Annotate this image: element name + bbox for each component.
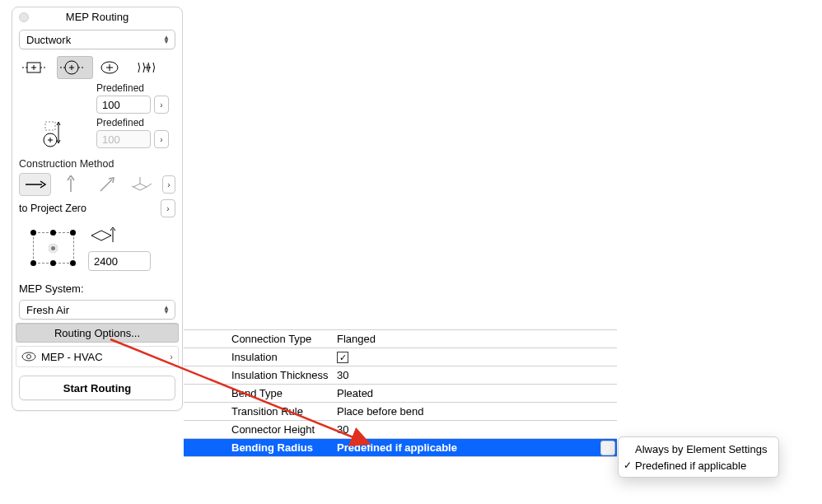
layer-row[interactable]: MEP - HVAC › [16,346,179,367]
reference-row: to Project Zero › [12,198,182,219]
height-field-block: Predefined › [12,117,182,153]
chevron-updown-icon: ▲▼ [163,306,170,314]
option-label: Connector Height [184,423,334,436]
shape-oval-icon[interactable] [95,56,131,79]
option-dropdown-button[interactable]: › [600,441,615,455]
popup-item-label: Predefined if applicable [635,460,746,472]
width-more-button[interactable]: › [154,96,169,114]
category-select[interactable]: Ductwork ▲▼ [19,30,175,49]
option-label: Bend Type [184,387,334,399]
svg-line-21 [100,180,112,191]
chevron-right-icon: › [170,352,173,362]
option-label: Transition Rule [184,405,334,418]
method-vertical-icon[interactable] [54,173,86,196]
reference-label: to Project Zero [19,203,156,214]
chevron-updown-icon: ▲▼ [163,35,170,44]
option-label: Bending Radius [184,441,334,454]
routing-options-table: Connection Type Flanged Insulation ✓ Ins… [184,329,617,457]
mep-routing-panel: MEP Routing Ductwork ▲▼ Prede [12,7,183,411]
width-input[interactable] [96,96,151,114]
elevation-icon [88,224,121,245]
option-value: Pleated [334,387,617,399]
window-close-dot[interactable] [19,12,29,22]
mep-system-label: MEP System: [12,278,182,296]
routing-options-button[interactable]: Routing Options... [16,323,179,343]
construction-method-row: › [12,171,182,198]
popup-item-label: Always by Element Settings [635,443,767,455]
option-value: Place before bend [334,405,617,418]
option-value: 30 [334,369,617,381]
duct-shape-row [12,53,182,82]
mep-system-select[interactable]: Fresh Air ▲▼ [19,300,175,320]
mep-system-value: Fresh Air [26,304,69,316]
category-select-value: Ductwork [26,34,71,46]
bending-radius-popup: Always by Element Settings ✓ Predefined … [618,436,779,478]
method-horizontal-icon[interactable] [19,173,51,196]
method-3d-icon[interactable] [126,173,158,196]
option-label: Insulation [184,351,334,363]
shape-rect-icon[interactable] [19,56,55,79]
height-more-button[interactable]: › [154,130,169,148]
height-input [96,130,151,148]
option-row-transition-rule[interactable]: Transition Rule Place before bend [184,403,617,421]
routing-options-label: Routing Options... [54,327,140,339]
layer-name: MEP - HVAC [41,351,103,363]
anchor-block [12,219,182,278]
option-row-insulation[interactable]: Insulation ✓ [184,348,617,366]
start-routing-button[interactable]: Start Routing [19,376,175,400]
width-predef-label: Predefined [96,82,175,94]
svg-point-24 [27,355,31,359]
panel-title: MEP Routing [66,11,128,23]
svg-rect-15 [45,122,55,130]
method-more-button[interactable]: › [162,175,175,194]
option-value: Predefined if applicable [334,441,600,454]
option-row-bend-type[interactable]: Bend Type Pleated [184,385,617,403]
option-label: Connection Type [184,333,334,345]
start-routing-label: Start Routing [63,382,131,394]
panel-title-bar: MEP Routing [12,7,182,26]
check-icon: ✓ [624,460,632,471]
height-predef-label: Predefined [96,117,175,128]
option-value: Flanged [334,333,617,345]
option-row-connector-height[interactable]: Connector Height 30 [184,421,617,439]
elevation-input[interactable] [88,251,151,271]
construction-method-label: Construction Method [12,153,182,171]
popup-item-always[interactable]: Always by Element Settings [619,441,778,457]
shape-round-icon[interactable] [57,56,93,79]
dimension-icon [39,117,72,150]
checkbox-checked-icon[interactable]: ✓ [337,352,348,363]
option-value: 30 [334,423,617,436]
option-label: Insulation Thickness [184,369,334,381]
method-diagonal-icon[interactable] [91,173,123,196]
anchor-point-grid[interactable] [30,230,77,266]
option-row-insulation-thickness[interactable]: Insulation Thickness 30 [184,366,617,385]
reference-more-button[interactable]: › [161,199,175,217]
popup-item-predefined[interactable]: ✓ Predefined if applicable [619,457,778,474]
option-value: ✓ [334,351,617,364]
svg-point-23 [22,352,35,361]
width-field-block: Predefined › [12,82,182,117]
shape-flex-icon[interactable] [133,56,169,79]
option-row-bending-radius[interactable]: Bending Radius Predefined if applicable … [184,439,617,457]
eye-icon [21,351,36,362]
option-row-connection-type[interactable]: Connection Type Flanged [184,330,617,348]
